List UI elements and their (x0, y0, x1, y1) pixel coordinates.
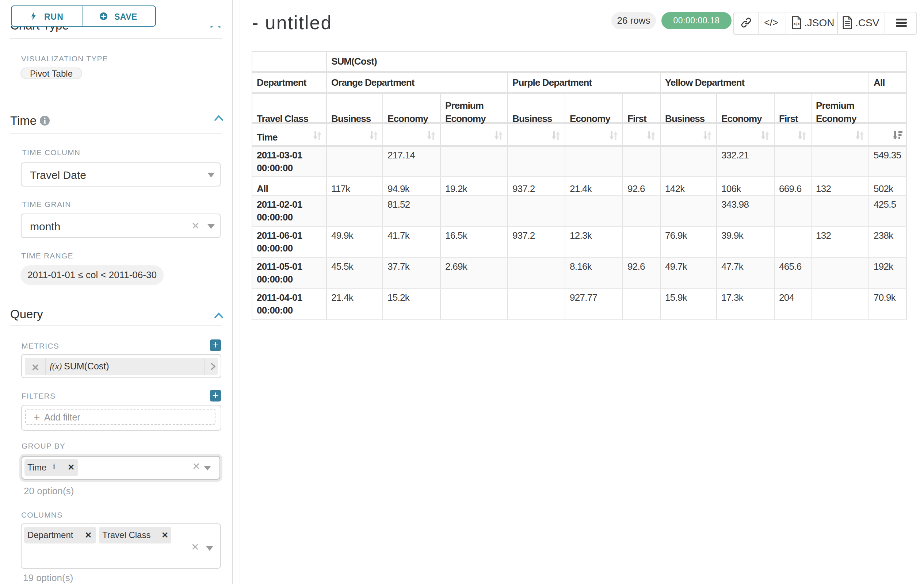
svg-text:</>: </> (793, 21, 800, 26)
